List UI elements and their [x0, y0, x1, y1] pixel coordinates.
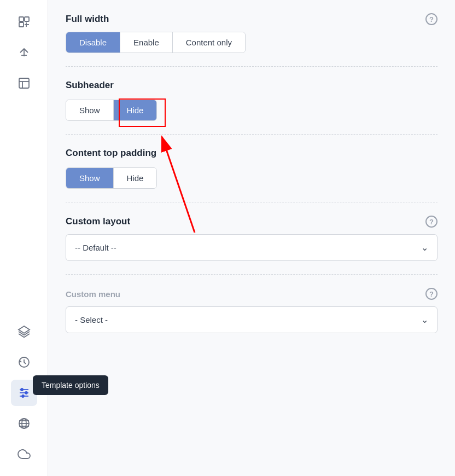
- svg-point-16: [25, 392, 27, 394]
- svg-rect-0: [19, 17, 24, 21]
- sidebar: Template options: [0, 0, 48, 476]
- sidebar-icon-cloud[interactable]: [11, 441, 37, 467]
- custom-layout-dropdown[interactable]: -- Default -- ⌄: [66, 234, 438, 261]
- custom-menu-dropdown[interactable]: - Select - ⌄: [66, 306, 438, 333]
- svg-rect-1: [25, 17, 29, 21]
- main-content: Full width ? Disable Enable Content only…: [48, 0, 455, 476]
- sidebar-icon-template[interactable]: [11, 70, 37, 96]
- subheader-hide-btn[interactable]: Hide: [114, 100, 157, 120]
- custom-layout-section: Custom layout ? -- Default -- ⌄: [66, 216, 438, 261]
- custom-menu-value: - Select -: [75, 315, 108, 324]
- content-top-padding-hide-btn[interactable]: Hide: [114, 168, 157, 188]
- sidebar-icon-history[interactable]: [11, 349, 37, 375]
- subheader-btn-group: Show Hide: [66, 100, 157, 121]
- subheader-show-btn[interactable]: Show: [66, 100, 114, 120]
- content-top-padding-btn-group: Show Hide: [66, 167, 157, 189]
- custom-layout-title: Custom layout: [66, 216, 130, 227]
- content-top-padding-title: Content top padding: [66, 148, 438, 159]
- custom-menu-chevron-icon: ⌄: [421, 315, 428, 325]
- custom-menu-section: Custom menu ? - Select - ⌄: [66, 288, 438, 333]
- custom-layout-value: -- Default --: [75, 243, 116, 252]
- svg-rect-2: [19, 22, 24, 27]
- sidebar-icon-globe[interactable]: [11, 410, 37, 437]
- custom-layout-help-icon[interactable]: ?: [425, 216, 438, 228]
- full-width-title: Full width: [66, 14, 109, 25]
- full-width-help-icon[interactable]: ?: [425, 13, 438, 25]
- content-top-padding-section: Content top padding Show Hide: [66, 148, 438, 189]
- full-width-section: Full width ? Disable Enable Content only: [66, 13, 438, 53]
- sidebar-icon-sort[interactable]: [11, 39, 37, 66]
- sidebar-icon-add-layout[interactable]: [11, 9, 37, 35]
- full-width-content-only-btn[interactable]: Content only: [173, 32, 245, 53]
- svg-rect-7: [19, 78, 29, 88]
- custom-menu-title: Custom menu: [66, 289, 120, 299]
- custom-layout-chevron-icon: ⌄: [421, 242, 428, 253]
- sidebar-icon-layers[interactable]: [11, 318, 37, 345]
- full-width-enable-btn[interactable]: Enable: [120, 32, 173, 53]
- subheader-section: Subheader Show Hide: [66, 80, 438, 121]
- template-options-tooltip: Template options: [33, 375, 108, 395]
- full-width-btn-group: Disable Enable Content only: [66, 32, 246, 53]
- custom-menu-help-icon[interactable]: ?: [425, 288, 438, 300]
- svg-point-17: [22, 395, 24, 397]
- svg-point-15: [21, 388, 23, 391]
- subheader-title: Subheader: [66, 80, 438, 91]
- full-width-disable-btn[interactable]: Disable: [66, 32, 120, 53]
- content-top-padding-show-btn[interactable]: Show: [66, 168, 114, 188]
